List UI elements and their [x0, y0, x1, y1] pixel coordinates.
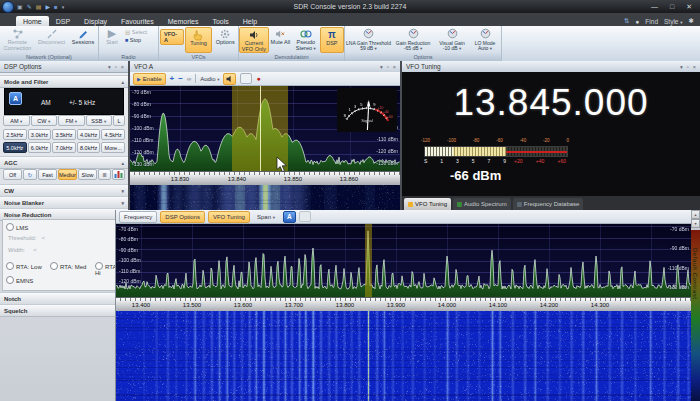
agc-list-icon[interactable]: ≣: [98, 169, 111, 180]
qat-dropdown-icon[interactable]: ▾: [62, 4, 65, 10]
main-spectrum[interactable]: -70 dBm-80 dBm-90 dBm -100 dBm-110 dBm-1…: [116, 224, 692, 297]
find-button[interactable]: Find: [645, 18, 658, 25]
settings-icon[interactable]: ✱: [689, 17, 694, 25]
lo-mode-button[interactable]: LO Mode Auto ▾: [470, 27, 500, 53]
options-mini-button[interactable]: [240, 73, 252, 84]
lna-gain-threshold-button[interactable]: LNA Gain Threshold 59 dB ▾: [345, 27, 392, 53]
vfo-a-select-button[interactable]: A: [283, 211, 296, 223]
enable-button[interactable]: ▶ Enable: [133, 73, 166, 85]
float-icon[interactable]: ▫: [115, 64, 117, 70]
tab-audio-spectrum[interactable]: Audio Spectrum: [453, 198, 511, 210]
filter-3p5-button[interactable]: 3.5kHz: [52, 129, 76, 140]
main-waterfall-canvas[interactable]: [116, 311, 692, 401]
expand-icon[interactable]: ▾: [121, 188, 124, 194]
span-dropdown[interactable]: Span ▾: [257, 214, 275, 220]
nr-rta-low-radio[interactable]: RTA: Low: [6, 262, 42, 270]
filter-4-button[interactable]: 4.0kHz: [77, 129, 101, 140]
play-icon[interactable]: ▶: [45, 3, 50, 10]
section-squelch[interactable]: Squelch▾: [0, 304, 128, 317]
vfo-a-waterfall-canvas[interactable]: [130, 185, 400, 210]
mute-all-button[interactable]: Mute All: [269, 27, 292, 53]
float-icon[interactable]: ▫: [387, 64, 389, 70]
filter-6-button[interactable]: 6.0kHz: [28, 142, 52, 153]
vfo-tuning-tab[interactable]: VFO Tuning: [208, 211, 250, 223]
tab-display[interactable]: Display: [77, 16, 114, 26]
speaker-button[interactable]: [223, 73, 236, 85]
tab-favourites[interactable]: Favourites: [114, 16, 161, 26]
tab-vfo-tuning[interactable]: VFO Tuning: [404, 198, 451, 210]
zoom-in-button[interactable]: +: [170, 74, 175, 83]
pin-icon[interactable]: ▾: [680, 64, 683, 70]
float-icon[interactable]: ▫: [687, 64, 689, 70]
agc-medium-button[interactable]: Medium: [58, 169, 77, 180]
filter-3-button[interactable]: 3.0kHz: [28, 129, 52, 140]
extra-tool-button[interactable]: [299, 211, 311, 222]
panel-splitter[interactable]: [128, 61, 130, 210]
current-vfo-only-button[interactable]: Current VFO Only: [239, 27, 269, 53]
disconnect-button[interactable]: Disconnect: [35, 27, 68, 53]
close-icon[interactable]: ×: [393, 64, 396, 70]
dsp-options-tab[interactable]: DSP Options: [160, 211, 205, 223]
agc-slow-button[interactable]: Slow: [78, 169, 97, 180]
main-frequency-scale[interactable]: 13.400 13.500 13.600 13.700 13.800 13.90…: [116, 297, 692, 312]
agc-graph-icon[interactable]: [112, 169, 125, 180]
panel-splitter[interactable]: [400, 61, 402, 210]
stop-button[interactable]: ■ Stop: [125, 37, 147, 43]
dsp-button[interactable]: π DSP: [320, 27, 344, 53]
filter-4p5-button[interactable]: 4.5kHz: [101, 129, 125, 140]
collapse-icon[interactable]: ▴: [121, 79, 124, 85]
filter-2p5-button[interactable]: 2.5kHz: [3, 129, 27, 140]
tab-home[interactable]: Home: [16, 16, 49, 26]
remote-connection-button[interactable]: Remote Connection: [0, 27, 35, 53]
tab-help[interactable]: Help: [236, 16, 264, 26]
visual-gain-button[interactable]: Visual Gain -10 dB ▾: [434, 27, 470, 53]
vfo-a-button[interactable]: VFO-A: [160, 29, 184, 45]
agc-off-button[interactable]: Off: [3, 169, 22, 180]
tab-tools[interactable]: Tools: [205, 16, 235, 26]
nr-emns-radio[interactable]: EMNS: [6, 276, 33, 284]
updown-arrows-icon[interactable]: ⇅: [624, 17, 629, 25]
mode-more-button[interactable]: L: [113, 115, 125, 126]
screenshot-icon[interactable]: ▣: [17, 3, 23, 10]
agc-refresh-icon[interactable]: ↻: [23, 169, 37, 180]
section-mode-filter[interactable]: Mode and Filter▴: [0, 75, 128, 88]
nr-rta-med-radio[interactable]: RTA: Med: [50, 262, 86, 270]
collapse-icon[interactable]: ▴: [121, 160, 124, 166]
minimize-icon[interactable]: —: [651, 3, 658, 11]
tuning-button[interactable]: Tuning: [185, 27, 213, 53]
close-icon[interactable]: ✕: [686, 3, 692, 11]
tab-memories[interactable]: Memories: [161, 16, 206, 26]
mode-fm-button[interactable]: FM ▾: [58, 115, 85, 126]
filter-7-button[interactable]: 7.0kHz: [52, 142, 76, 153]
close-icon[interactable]: ×: [693, 64, 696, 70]
pin-icon[interactable]: ▾: [108, 64, 111, 70]
gain-reduction-button[interactable]: Gain Reduction -65 dB ▾: [392, 27, 434, 53]
vfo-a-spectrum[interactable]: -70 dBm-80 dBm-90 dBm -100 dBm-110 dBm-1…: [130, 86, 400, 171]
mode-am-button[interactable]: AM ▾: [3, 115, 30, 126]
vfo-a-frequency-scale[interactable]: 13.830 13.840 13.850 13.860: [130, 171, 400, 186]
filter-8-button[interactable]: 8.0kHz: [77, 142, 101, 153]
frequency-readout[interactable]: 13.845.000: [402, 82, 700, 124]
pin-icon[interactable]: ▾: [380, 64, 383, 70]
record-icon[interactable]: ●: [256, 75, 260, 82]
tab-frequency-database[interactable]: Frequency Database: [513, 198, 584, 210]
mode-cw-button[interactable]: CW ▾: [31, 115, 58, 126]
infinity-icon[interactable]: ∞: [187, 76, 191, 82]
mode-ssb-button[interactable]: SSB ▾: [86, 115, 113, 126]
audio-dropdown[interactable]: Audio ▾: [200, 76, 219, 82]
expand-icon[interactable]: ▾: [121, 200, 124, 206]
select-button[interactable]: ▤ Select: [125, 29, 147, 35]
strip-down-button[interactable]: ▾: [691, 219, 700, 228]
edit-icon[interactable]: ✎: [27, 3, 32, 10]
filter-more-button[interactable]: More...: [101, 142, 125, 153]
pseudo-stereo-button[interactable]: Pseudo Stereo ▾: [292, 27, 320, 53]
tab-dsp[interactable]: DSP: [49, 16, 77, 26]
frequency-tab[interactable]: Frequency: [119, 211, 157, 223]
section-agc[interactable]: AGC▴: [0, 156, 128, 169]
vfo-options-button[interactable]: Options: [212, 27, 238, 53]
close-icon[interactable]: ×: [121, 64, 124, 70]
main-spectrum-canvas[interactable]: [116, 224, 692, 297]
sessions-button[interactable]: Sessions: [68, 27, 98, 53]
filter-5-button[interactable]: 5.0kHz: [3, 142, 27, 153]
style-button[interactable]: Style ▾: [664, 18, 683, 25]
